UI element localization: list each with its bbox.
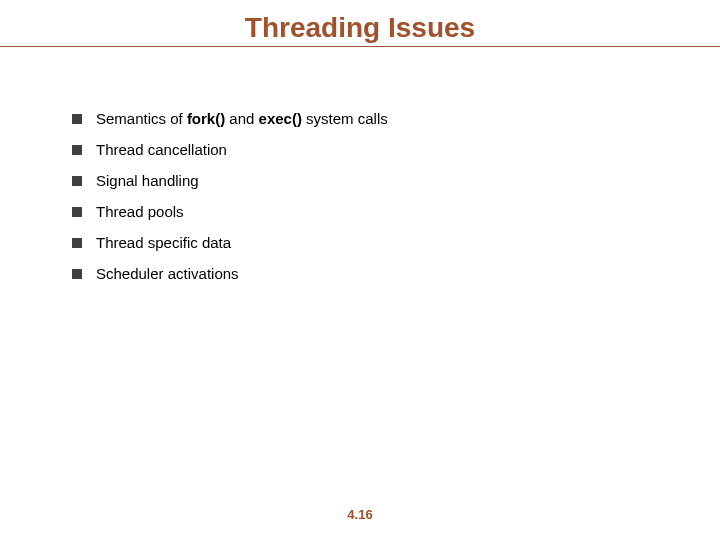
- text-bold-fragment: fork(): [187, 110, 225, 127]
- text-bold-fragment: exec(): [259, 110, 302, 127]
- list-item: Semantics of fork() and exec() system ca…: [72, 110, 662, 127]
- list-item: Scheduler activations: [72, 265, 662, 282]
- square-bullet-icon: [72, 269, 82, 279]
- square-bullet-icon: [72, 238, 82, 248]
- slide-title: Threading Issues: [0, 12, 720, 47]
- page-number: 4.16: [0, 507, 720, 522]
- text-fragment: Semantics of: [96, 110, 187, 127]
- text-fragment: and: [225, 110, 258, 127]
- list-item: Thread specific data: [72, 234, 662, 251]
- bullet-list: Semantics of fork() and exec() system ca…: [72, 110, 662, 296]
- list-item-text: Thread cancellation: [96, 141, 227, 158]
- slide: Threading Issues Semantics of fork() and…: [0, 0, 720, 540]
- square-bullet-icon: [72, 145, 82, 155]
- list-item: Thread pools: [72, 203, 662, 220]
- list-item-text: Thread specific data: [96, 234, 231, 251]
- list-item-text: Thread pools: [96, 203, 184, 220]
- list-item-text: Scheduler activations: [96, 265, 239, 282]
- square-bullet-icon: [72, 176, 82, 186]
- list-item: Thread cancellation: [72, 141, 662, 158]
- text-fragment: system calls: [302, 110, 388, 127]
- square-bullet-icon: [72, 207, 82, 217]
- slide-title-text: Threading Issues: [245, 12, 475, 44]
- list-item-text: Signal handling: [96, 172, 199, 189]
- list-item: Signal handling: [72, 172, 662, 189]
- square-bullet-icon: [72, 114, 82, 124]
- list-item-text: Semantics of fork() and exec() system ca…: [96, 110, 388, 127]
